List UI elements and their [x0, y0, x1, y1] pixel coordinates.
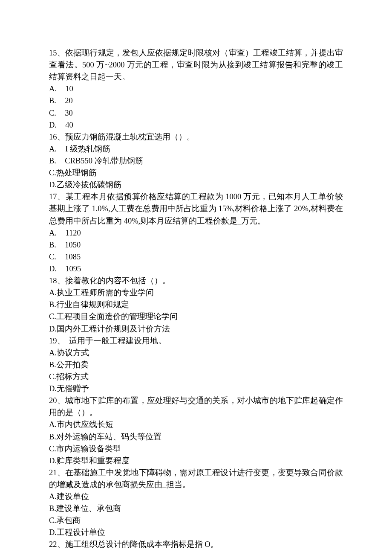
question-stem: 18、接着教化的内容不包括（）。	[49, 275, 343, 287]
option-text: I 级热轧钢筋	[65, 145, 110, 153]
option-text: 1120	[65, 229, 81, 237]
option-text: 1095	[65, 264, 81, 273]
option-text: 建设单位	[57, 492, 89, 501]
option: B.公开拍卖	[49, 359, 343, 371]
option-text: 热处理钢筋	[56, 169, 97, 177]
option-text: 国内外工程计价规则及计价方法	[57, 325, 170, 333]
option-letter: A.	[49, 287, 57, 299]
option-text: 贮库类型和重要程度	[57, 456, 130, 465]
option-text: 无偿赠予	[57, 384, 89, 393]
option-text: 市内供应线长短	[57, 420, 113, 429]
option: A.10	[49, 83, 343, 95]
option-text: 20	[65, 96, 73, 105]
question-text: 预应力钢筋混凝土轨枕宜选用（）。	[65, 133, 195, 141]
option: B.1050	[49, 239, 343, 251]
question-stem: 17、某工程本月依据预算价格应结算的工程款为 1000 万元，已知本月人工单价较…	[49, 191, 343, 227]
option: D.国内外工程计价规则及计价方法	[49, 323, 343, 335]
option: A.1120	[49, 227, 343, 239]
option-letter: A.	[49, 143, 57, 155]
question-number: 21、	[49, 468, 65, 477]
question-stem: 15、依据现行规定，发包人应依据规定时限核对（审查）工程竣工结算，并提出审查看法…	[49, 47, 343, 83]
option-letter: C.	[49, 251, 56, 263]
option: B.建设单位、承包商	[49, 503, 343, 514]
question-text: 依据现行规定，发包人应依据规定时限核对（审查）工程竣工结算，并提出审查看法。50…	[49, 49, 343, 81]
option-letter: C.	[49, 107, 56, 119]
option: D.工程设计单位	[49, 526, 343, 538]
option-letter: B.	[49, 299, 56, 311]
option: A.市内供应线长短	[49, 418, 343, 430]
question-number: 15、	[49, 49, 65, 57]
option: B.对外运输的车站、码头等位置	[49, 431, 343, 443]
option-text: 乙级冷拔低碳钢筋	[57, 180, 121, 189]
option-letter: A.	[49, 491, 57, 503]
question-number: 19、	[49, 337, 65, 345]
question-stem: 16、预应力钢筋混凝土轨枕宜选用（）。	[49, 131, 343, 143]
option-text: 30	[65, 109, 73, 117]
option: D.贮库类型和重要程度	[49, 455, 343, 467]
option-letter: C.	[49, 311, 56, 323]
option: D.40	[49, 119, 343, 131]
option: C.招标方式	[49, 371, 343, 383]
option-text: 1050	[65, 241, 81, 249]
option-letter: B.	[49, 359, 56, 371]
option-text: CRB550 冷轧带肋钢筋	[65, 157, 143, 165]
option-letter: C.	[49, 167, 56, 179]
option: B.行业自律规则和规定	[49, 299, 343, 311]
option-letter: D.	[49, 323, 57, 335]
question-number: 17、	[49, 192, 66, 201]
option: C.1085	[49, 251, 343, 263]
option-text: 招标方式	[56, 372, 89, 381]
option-text: 1085	[65, 253, 81, 261]
option-text: 公开拍卖	[56, 360, 89, 369]
question-number: 20、	[49, 396, 65, 405]
option: D.无偿赠予	[49, 383, 343, 395]
option-letter: A.	[49, 347, 57, 359]
question-number: 18、	[49, 276, 65, 285]
option: D.乙级冷拔低碳钢筋	[49, 179, 343, 191]
document-body: 15、依据现行规定，发包人应依据规定时限核对（审查）工程竣工结算，并提出审查看法…	[49, 47, 343, 551]
question-text: 接着教化的内容不包括（）。	[65, 276, 170, 285]
option-letter: D.	[49, 263, 57, 275]
question-number: 22、	[49, 540, 65, 549]
option: D.1095	[49, 263, 343, 275]
question-text: 在基础施工中发觉地下障碍物，需对原工程设计进行变更，变更导致合同价款的增减及造成…	[49, 468, 343, 489]
option-text: 市内运输设备类型	[56, 445, 121, 453]
option: C.承包商	[49, 514, 343, 526]
option: C.市内运输设备类型	[49, 443, 343, 455]
option-text: 协议方式	[57, 349, 89, 357]
option-text: 行业自律规则和规定	[56, 300, 129, 309]
option-text: 执业工程师所需的专业学问	[57, 288, 154, 297]
option: A.协议方式	[49, 347, 343, 359]
question-stem: 19、_适用于一般工程建设用地。	[49, 335, 343, 347]
option-letter: D.	[49, 119, 57, 131]
option: C.30	[49, 107, 343, 119]
option: A.I 级热轧钢筋	[49, 143, 343, 155]
question-text: _适用于一般工程建设用地。	[65, 337, 166, 345]
question-stem: 21、在基础施工中发觉地下障碍物，需对原工程设计进行变更，变更导致合同价款的增减…	[49, 467, 343, 491]
question-stem: 22、施工组织总设计的降低成本率指标是指 O。	[49, 538, 343, 550]
question-stem: 20、城市地下贮库的布置，应处理好与交通的关系，对小城市的地下贮库起确定作用的是…	[49, 395, 343, 418]
option: A.建设单位	[49, 491, 343, 503]
option: C.热处理钢筋	[49, 167, 343, 179]
option-letter: A.	[49, 418, 57, 430]
question-text: 某工程本月依据预算价格应结算的工程款为 1000 万元，已知本月人工单价较基期上…	[49, 192, 343, 225]
option: C.工程项目全面造价的管理理论学问	[49, 311, 343, 323]
option-letter: D.	[49, 526, 57, 538]
question-text: 施工组织总设计的降低成本率指标是指 O。	[65, 540, 219, 549]
option-letter: B.	[49, 155, 56, 167]
option-letter: B.	[49, 95, 56, 107]
option-text: 承包商	[56, 516, 81, 525]
question-number: 16、	[49, 133, 65, 141]
option-letter: C.	[49, 514, 56, 526]
question-text: 城市地下贮库的布置，应处理好与交通的关系，对小城市的地下贮库起确定作用的是（）。	[49, 396, 343, 417]
option-text: 10	[65, 84, 73, 93]
option-letter: D.	[49, 383, 57, 395]
option: A.执业工程师所需的专业学问	[49, 287, 343, 299]
option-letter: D.	[49, 179, 57, 191]
option-text: 40	[65, 121, 73, 129]
option-letter: B.	[49, 503, 56, 514]
option: B.CRB550 冷轧带肋钢筋	[49, 155, 343, 167]
option: B.20	[49, 95, 343, 107]
option-text: 建设单位、承包商	[56, 504, 121, 513]
option-text: 工程设计单位	[57, 528, 105, 537]
